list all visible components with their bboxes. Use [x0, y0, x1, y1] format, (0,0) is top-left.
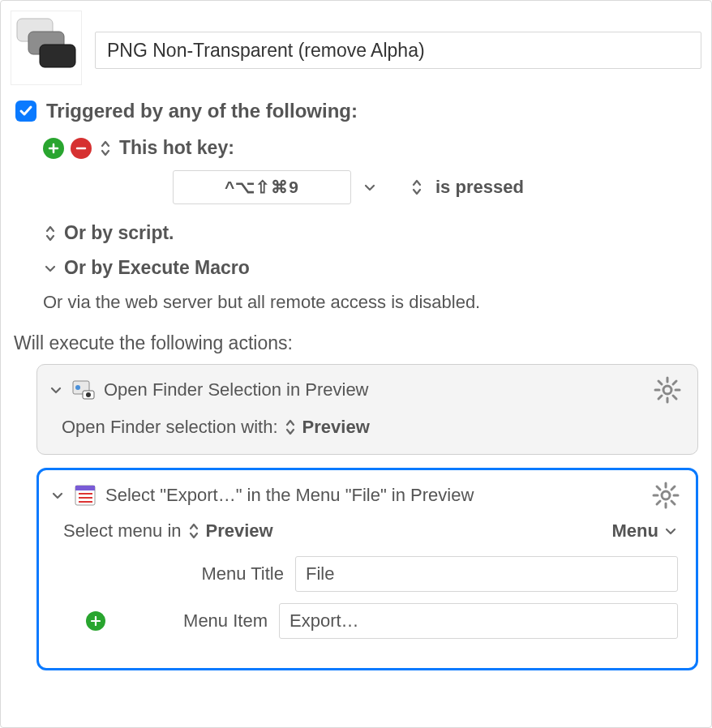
hotkey-dropdown-icon[interactable]: [362, 180, 377, 195]
svg-line-14: [658, 396, 662, 399]
or-by-script-row[interactable]: Or by script.: [43, 222, 701, 244]
or-by-execute-macro-label: Or by Execute Macro: [64, 257, 250, 279]
svg-line-28: [657, 501, 660, 504]
svg-point-21: [662, 491, 670, 499]
menu-title-label: Menu Title: [114, 563, 284, 585]
select-menu-in-label: Select menu in: [63, 520, 182, 542]
trigger-controls: This hot key:: [43, 137, 701, 159]
menu-title-row: Menu Title: [63, 556, 678, 592]
add-menu-item-button[interactable]: [86, 611, 105, 631]
menu-item-input[interactable]: [279, 603, 678, 639]
gear-icon[interactable]: [654, 376, 681, 404]
action-body: Open Finder selection with: Preview: [37, 409, 697, 441]
or-by-script-label: Or by script.: [64, 222, 174, 244]
or-by-execute-macro-row[interactable]: Or by Execute Macro: [43, 257, 701, 279]
action-title: Select "Export…" in the Menu "File" in P…: [105, 485, 474, 506]
triggered-label: Triggered by any of the following:: [46, 100, 358, 122]
svg-rect-2: [40, 45, 75, 67]
remove-trigger-button[interactable]: [71, 138, 92, 159]
svg-line-29: [671, 486, 675, 490]
menu-title-input[interactable]: [295, 556, 678, 592]
svg-line-27: [671, 501, 675, 504]
is-pressed-label: is pressed: [435, 177, 524, 198]
updown-icon[interactable]: [187, 522, 201, 540]
svg-line-12: [658, 381, 662, 384]
svg-line-15: [673, 381, 676, 384]
triggered-by-row: Triggered by any of the following:: [15, 100, 701, 122]
menu-list-icon: [73, 483, 97, 507]
webserver-row: Or via the web server but all remote acc…: [43, 292, 701, 313]
action-header: Select "Export…" in the Menu "File" in P…: [39, 473, 696, 514]
updown-icon: [43, 225, 58, 242]
open-with-label: Open Finder selection with:: [62, 417, 278, 438]
action-select-menu-item[interactable]: Select "Export…" in the Menu "File" in P…: [36, 468, 698, 670]
action-title: Open Finder Selection in Preview: [104, 379, 369, 400]
header-row: [11, 11, 701, 85]
will-execute-label: Will execute the following actions:: [14, 332, 701, 354]
action-open-finder-selection[interactable]: Open Finder Selection in Preview Open Fi…: [36, 364, 698, 455]
add-trigger-button[interactable]: [43, 138, 64, 159]
enabled-checkbox[interactable]: [15, 101, 36, 122]
hotkey-row: ^⌥⇧⌘9 is pressed: [173, 170, 701, 204]
macro-title-input[interactable]: [95, 32, 701, 69]
macro-editor-panel: Triggered by any of the following: This …: [0, 0, 712, 728]
menu-dropdown-button[interactable]: Menu: [612, 520, 678, 542]
chevron-down-icon: [43, 261, 58, 276]
action-body: Select menu in Preview Menu Menu Title: [39, 514, 696, 655]
select-menu-in-row: Select menu in Preview Menu: [63, 520, 678, 542]
app-selector[interactable]: Preview: [206, 520, 273, 542]
svg-point-6: [86, 392, 91, 397]
menu-item-label: Menu Item: [117, 610, 268, 632]
updown-icon[interactable]: [410, 178, 424, 196]
chevron-down-icon[interactable]: [49, 383, 63, 397]
svg-line-26: [657, 486, 660, 490]
gear-icon[interactable]: [652, 482, 680, 509]
macro-icon[interactable]: [11, 11, 82, 85]
menu-item-row: Menu Item: [63, 603, 678, 639]
updown-icon[interactable]: [283, 418, 298, 436]
action-header: Open Finder Selection in Preview: [37, 368, 697, 409]
preview-app-icon: [71, 378, 96, 402]
svg-line-13: [673, 396, 676, 399]
hotkey-field[interactable]: ^⌥⇧⌘9: [173, 170, 351, 204]
chevron-down-icon[interactable]: [50, 488, 65, 503]
updown-icon[interactable]: [98, 139, 113, 157]
chevron-down-icon: [663, 524, 678, 538]
svg-rect-17: [75, 486, 95, 490]
svg-point-4: [75, 385, 80, 390]
hotkey-label: This hot key:: [119, 137, 234, 159]
svg-point-7: [663, 386, 671, 394]
app-selector[interactable]: Preview: [302, 417, 370, 438]
